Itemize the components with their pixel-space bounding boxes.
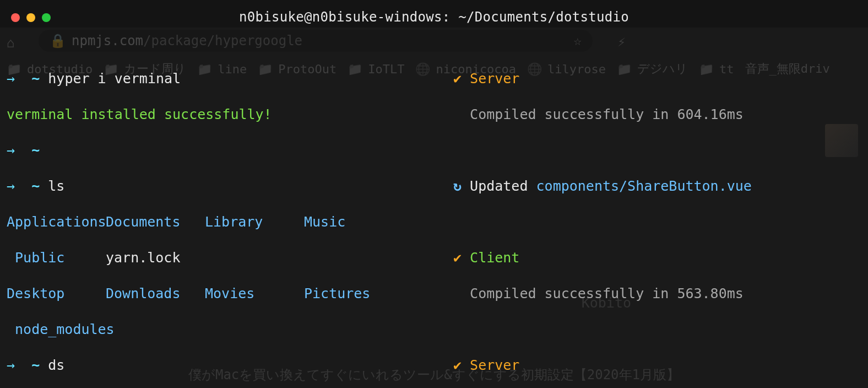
- window-close-button[interactable]: [11, 13, 20, 22]
- window-minimize-button[interactable]: [26, 13, 35, 22]
- window-maximize-button[interactable]: [42, 13, 51, 22]
- terminal-pane-left[interactable]: → ~ hyper i verminal verminal installed …: [0, 51, 443, 388]
- traffic-lights: [11, 13, 51, 22]
- terminal-pane-right[interactable]: ✔ Server Compiled successfully in 604.16…: [443, 51, 868, 388]
- terminal-panes: → ~ hyper i verminal verminal installed …: [0, 51, 868, 388]
- window-title: n0bisuke@n0bisuke-windows: ~/Documents/d…: [239, 9, 629, 25]
- titlebar: n0bisuke@n0bisuke-windows: ~/Documents/d…: [0, 0, 868, 28]
- bg-url-bar: 🔒 npmjs.com/package/hypergoogle ☆: [39, 30, 593, 52]
